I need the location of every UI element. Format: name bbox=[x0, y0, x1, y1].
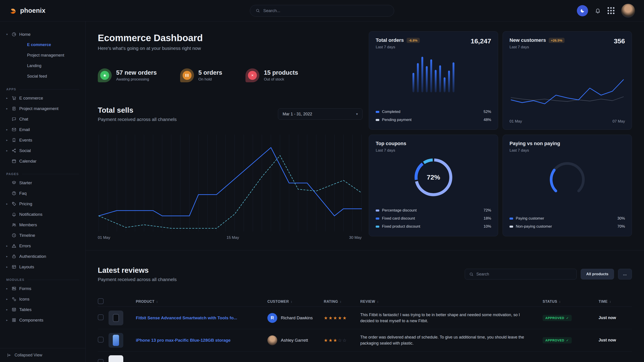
global-search-input[interactable] bbox=[263, 8, 389, 13]
main-content: Ecommerce Dashboard Here's what's going … bbox=[86, 21, 644, 362]
total-sells-subtitle: Payment received across all channels bbox=[98, 117, 177, 122]
change-badge: +26.5% bbox=[549, 38, 564, 43]
row-checkbox[interactable] bbox=[98, 337, 104, 343]
question-icon bbox=[12, 191, 19, 196]
caret-down-icon: ▾ bbox=[6, 33, 12, 36]
sidebar-item-components[interactable]: ▸Components bbox=[0, 315, 86, 325]
sidebar-item-forms[interactable]: ▸Forms bbox=[0, 283, 86, 294]
sidebar-item-pricing[interactable]: ▸Pricing bbox=[0, 199, 86, 209]
sidebar-item-layouts[interactable]: ▸Layouts bbox=[0, 262, 86, 272]
reviews-search[interactable] bbox=[465, 269, 577, 280]
collapse-icon bbox=[7, 353, 12, 358]
column-header-product[interactable]: PRODUCT↕ bbox=[136, 300, 268, 304]
customer-avatar: R bbox=[268, 313, 277, 323]
column-header-time[interactable]: TIME↕ bbox=[598, 300, 632, 304]
sidebar-subitem-project-management[interactable]: Project management bbox=[0, 50, 86, 61]
user-avatar[interactable] bbox=[621, 4, 635, 18]
global-search[interactable] bbox=[250, 5, 394, 16]
total-sells-line-chart bbox=[98, 133, 362, 233]
customer-avatar bbox=[268, 335, 277, 345]
sidebar-subitem-social-feed[interactable]: Social feed bbox=[0, 71, 86, 82]
latest-reviews-section: Latest reviews Payment received across a… bbox=[86, 250, 644, 362]
sidebar-item-faq[interactable]: Faq bbox=[0, 188, 86, 199]
apps-grid-button[interactable] bbox=[608, 7, 614, 14]
status-badge: APPROVED✓ bbox=[543, 337, 572, 344]
sidebar-item-timeline[interactable]: Timeline bbox=[0, 230, 86, 241]
sidebar: ▾ Home E commerce Project management Lan… bbox=[0, 21, 86, 362]
column-header-customer[interactable]: CUSTOMER↕ bbox=[268, 300, 324, 304]
legend-swatch bbox=[376, 111, 379, 113]
bell-icon bbox=[12, 212, 19, 217]
table-header-row: PRODUCT↕ CUSTOMER↕ RATING↕ REVIEW↕ STATU… bbox=[98, 297, 632, 307]
legend-swatch bbox=[376, 119, 379, 121]
sidebar-item-social[interactable]: ▸Social bbox=[0, 145, 86, 156]
sidebar-item-ecommerce-app[interactable]: ▸E commerce bbox=[0, 93, 86, 103]
bookmark-icon bbox=[12, 138, 19, 142]
theme-toggle-button[interactable] bbox=[577, 5, 588, 16]
sidebar-item-notifications[interactable]: Notifications bbox=[0, 209, 86, 220]
select-all-checkbox[interactable] bbox=[98, 298, 104, 304]
sidebar-item-errors[interactable]: ▸Errors bbox=[0, 241, 86, 251]
check-icon: ✓ bbox=[566, 316, 569, 320]
date-range-select[interactable]: Mar 1 - 31, 2022 ▾ bbox=[278, 108, 362, 120]
sidebar-nav: ▾ Home E commerce Project management Lan… bbox=[0, 29, 86, 325]
kpi-cards: Total orders -6.8% Last 7 days 16,247 Co… bbox=[369, 31, 632, 242]
sidebar-item-starter[interactable]: Starter bbox=[0, 178, 86, 188]
sort-icon: ↕ bbox=[156, 300, 158, 304]
sidebar-item-home[interactable]: ▾ Home bbox=[0, 29, 86, 39]
time-cell: Just now bbox=[598, 338, 632, 343]
sidebar-item-email[interactable]: ▸Email bbox=[0, 124, 86, 135]
share-icon bbox=[12, 148, 19, 153]
reviews-search-input[interactable] bbox=[476, 272, 572, 277]
column-header-rating[interactable]: RATING↕ bbox=[324, 300, 360, 304]
sidebar-item-chat[interactable]: Chat bbox=[0, 114, 86, 124]
x-axis-labels: 01 May 07 May bbox=[510, 119, 625, 124]
sidebar-item-members[interactable]: Members bbox=[0, 220, 86, 230]
sidebar-item-calendar[interactable]: Calendar bbox=[0, 156, 86, 166]
total-orders-legend: Completed52% Pending payment48% bbox=[376, 108, 491, 124]
row-checkbox[interactable] bbox=[98, 359, 104, 362]
chevron-down-icon: ▾ bbox=[356, 112, 358, 116]
sidebar-section-pages: PAGES bbox=[6, 172, 79, 176]
column-header-review[interactable]: REVIEW↕ bbox=[360, 300, 543, 304]
moon-icon bbox=[580, 8, 585, 13]
table-row: iPhone 13 pro max-Pacific Blue-128GB sto… bbox=[98, 329, 632, 352]
status-badge: APPROVED✓ bbox=[543, 315, 572, 321]
legend-swatch bbox=[510, 226, 513, 228]
brand[interactable]: phoenix bbox=[9, 6, 46, 15]
row-checkbox[interactable] bbox=[98, 314, 104, 320]
paying-vs-nonpaying-card: Paying vs non paying Last 7 days Paying … bbox=[502, 135, 632, 236]
caret-right-icon: ▸ bbox=[6, 255, 12, 258]
star-icon: ★ bbox=[100, 71, 109, 80]
legend-swatch bbox=[376, 218, 379, 220]
product-link[interactable]: iPhone 13 pro max-Pacific Blue-128GB sto… bbox=[136, 338, 230, 343]
all-products-button[interactable]: All products bbox=[581, 269, 614, 280]
more-options-button[interactable]: ... bbox=[618, 269, 632, 280]
sidebar-item-icons[interactable]: ▸Icons bbox=[0, 294, 86, 304]
paying-gauge-chart bbox=[543, 160, 592, 194]
stat-out-of-stock: × 15 productsOut of stock bbox=[246, 68, 298, 82]
caret-right-icon: ▸ bbox=[6, 244, 12, 248]
sort-icon: ↕ bbox=[610, 300, 611, 304]
sidebar-subitem-landing[interactable]: Landing bbox=[0, 61, 86, 71]
sidebar-item-project-management[interactable]: ▸Project management bbox=[0, 103, 86, 114]
total-orders-bar-chart bbox=[411, 53, 456, 92]
sidebar-item-tables[interactable]: ▸Tables bbox=[0, 304, 86, 315]
change-badge: -6.8% bbox=[406, 38, 420, 43]
collapsed-view-toggle[interactable]: Collapsed View bbox=[0, 348, 86, 362]
bell-icon bbox=[595, 7, 601, 14]
form-icon bbox=[12, 286, 19, 291]
sidebar-item-events[interactable]: ▸Events bbox=[0, 135, 86, 145]
cart-icon bbox=[12, 96, 19, 100]
caret-right-icon: ▸ bbox=[6, 107, 12, 110]
sidebar-item-authentication[interactable]: ▸Authentication bbox=[0, 251, 86, 262]
iphone-image bbox=[113, 335, 119, 346]
time-cell: Just now bbox=[598, 316, 632, 320]
notifications-button[interactable] bbox=[595, 7, 601, 14]
new-customers-card: New customers +26.5% Last 7 days 356 01 … bbox=[502, 31, 632, 130]
warning-icon bbox=[12, 244, 19, 248]
sidebar-subitem-ecommerce[interactable]: E commerce bbox=[0, 39, 86, 50]
stats-row: ★ 57 new ordersAwating processing 5 orde… bbox=[98, 68, 362, 82]
product-link[interactable]: Fitbit Sense Advanced Smartwatch with To… bbox=[136, 316, 237, 320]
column-header-status[interactable]: STATUS↕ bbox=[543, 300, 598, 304]
